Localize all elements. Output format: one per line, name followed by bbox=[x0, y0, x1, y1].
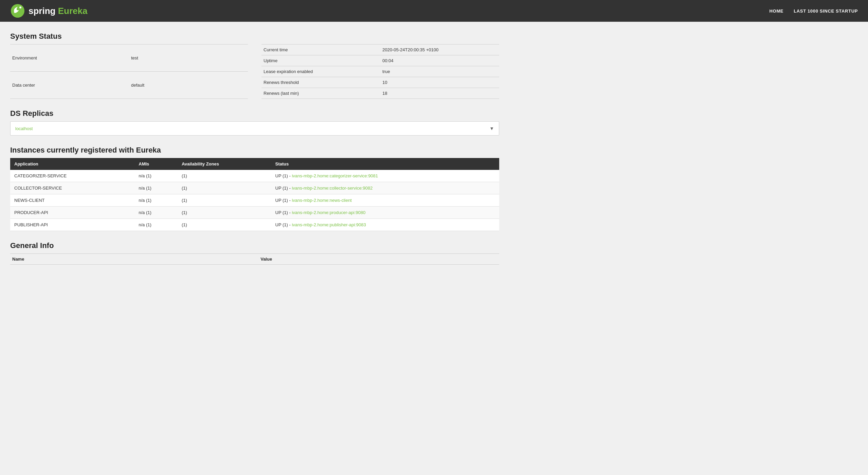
general-info-section: General Info Name Value bbox=[10, 241, 499, 265]
spring-text: spring bbox=[29, 6, 55, 16]
replicas-arrow-icon: ▼ bbox=[489, 126, 494, 131]
amis-value: n/a (1) bbox=[134, 194, 178, 207]
col-value: Value bbox=[258, 254, 499, 265]
header: spring Eureka HOME LAST 1000 SINCE START… bbox=[0, 0, 868, 22]
col-amis: AMIs bbox=[134, 158, 178, 170]
amis-value: n/a (1) bbox=[134, 182, 178, 194]
ds-replicas-heading: DS Replicas bbox=[10, 109, 499, 118]
status-value: UP (1) - ivans-mbp-2.home:publisher-api:… bbox=[271, 219, 499, 231]
table-row: NEWS-CLIENT n/a (1) (1) UP (1) - ivans-m… bbox=[10, 194, 499, 207]
general-info-heading: General Info bbox=[10, 241, 499, 250]
app-name: PUBLISHER-API bbox=[10, 219, 134, 231]
row-value: default bbox=[129, 72, 248, 99]
instances-section: Instances currently registered with Eure… bbox=[10, 146, 499, 231]
amis-value: n/a (1) bbox=[134, 207, 178, 219]
col-zones: Availability Zones bbox=[178, 158, 271, 170]
zones-value: (1) bbox=[178, 207, 271, 219]
spring-logo-icon bbox=[10, 3, 25, 18]
status-link[interactable]: ivans-mbp-2.home:publisher-api:9083 bbox=[292, 222, 366, 227]
page-content: System Status EnvironmenttestData center… bbox=[0, 22, 509, 282]
system-status-section: System Status EnvironmenttestData center… bbox=[10, 32, 499, 99]
app-name: NEWS-CLIENT bbox=[10, 194, 134, 207]
app-name: CATEGORIZER-SERVICE bbox=[10, 170, 134, 182]
zones-value: (1) bbox=[178, 182, 271, 194]
row-label: Uptime bbox=[261, 55, 380, 66]
row-value: 2020-05-24T20:00:35 +0100 bbox=[380, 45, 499, 55]
table-row: Current time2020-05-24T20:00:35 +0100 bbox=[261, 45, 499, 55]
system-status-right-table: Current time2020-05-24T20:00:35 +0100Upt… bbox=[261, 44, 499, 99]
zones-value: (1) bbox=[178, 219, 271, 231]
status-link[interactable]: ivans-mbp-2.home:producer-api:9080 bbox=[292, 210, 365, 215]
row-label: Data center bbox=[10, 72, 129, 99]
general-info-header: Name Value bbox=[10, 254, 499, 265]
table-row: Uptime00:04 bbox=[261, 55, 499, 66]
row-value: 00:04 bbox=[380, 55, 499, 66]
system-status-left-table: EnvironmenttestData centerdefault bbox=[10, 44, 248, 99]
status-link[interactable]: ivans-mbp-2.home:collector-service:9082 bbox=[292, 186, 373, 191]
instances-table-body: CATEGORIZER-SERVICE n/a (1) (1) UP (1) -… bbox=[10, 170, 499, 231]
amis-value: n/a (1) bbox=[134, 219, 178, 231]
general-info-table: Name Value bbox=[10, 253, 499, 265]
system-status-grid: EnvironmenttestData centerdefault Curren… bbox=[10, 44, 499, 99]
row-label: Renews (last min) bbox=[261, 88, 380, 99]
table-row: COLLECTOR-SERVICE n/a (1) (1) UP (1) - i… bbox=[10, 182, 499, 194]
row-label: Environment bbox=[10, 45, 129, 72]
row-value: 10 bbox=[380, 77, 499, 88]
ds-replicas-section: DS Replicas localhost ▼ bbox=[10, 109, 499, 136]
table-row: PUBLISHER-API n/a (1) (1) UP (1) - ivans… bbox=[10, 219, 499, 231]
nav-home[interactable]: HOME bbox=[770, 8, 784, 14]
col-application: Application bbox=[10, 158, 134, 170]
table-row: Renews threshold10 bbox=[261, 77, 499, 88]
instances-table: Application AMIs Availability Zones Stat… bbox=[10, 158, 499, 231]
status-link[interactable]: ivans-mbp-2.home:categorizer-service:908… bbox=[292, 173, 378, 178]
app-name: COLLECTOR-SERVICE bbox=[10, 182, 134, 194]
zones-value: (1) bbox=[178, 194, 271, 207]
table-row: Renews (last min)18 bbox=[261, 88, 499, 99]
main-nav: HOME LAST 1000 SINCE STARTUP bbox=[770, 8, 858, 14]
row-label: Renews threshold bbox=[261, 77, 380, 88]
status-value: UP (1) - ivans-mbp-2.home:producer-api:9… bbox=[271, 207, 499, 219]
instances-table-header: Application AMIs Availability Zones Stat… bbox=[10, 158, 499, 170]
app-name: PRODUCER-API bbox=[10, 207, 134, 219]
table-row: Data centerdefault bbox=[10, 72, 248, 99]
row-label: Lease expiration enabled bbox=[261, 66, 380, 77]
svg-point-1 bbox=[19, 6, 21, 8]
instances-heading: Instances currently registered with Eure… bbox=[10, 146, 499, 155]
row-value: 18 bbox=[380, 88, 499, 99]
localhost-link[interactable]: localhost bbox=[15, 126, 33, 131]
table-row: PRODUCER-API n/a (1) (1) UP (1) - ivans-… bbox=[10, 207, 499, 219]
status-value: UP (1) - ivans-mbp-2.home:collector-serv… bbox=[271, 182, 499, 194]
status-link[interactable]: ivans-mbp-2.home:news-client bbox=[292, 198, 351, 203]
col-status: Status bbox=[271, 158, 499, 170]
replicas-box: localhost ▼ bbox=[10, 121, 499, 136]
zones-value: (1) bbox=[178, 170, 271, 182]
nav-last1000[interactable]: LAST 1000 SINCE STARTUP bbox=[794, 8, 858, 14]
system-status-heading: System Status bbox=[10, 32, 499, 41]
table-row: Environmenttest bbox=[10, 45, 248, 72]
table-row: CATEGORIZER-SERVICE n/a (1) (1) UP (1) -… bbox=[10, 170, 499, 182]
amis-value: n/a (1) bbox=[134, 170, 178, 182]
row-value: true bbox=[380, 66, 499, 77]
status-value: UP (1) - ivans-mbp-2.home:categorizer-se… bbox=[271, 170, 499, 182]
logo: spring Eureka bbox=[10, 3, 87, 18]
col-name: Name bbox=[10, 254, 258, 265]
eureka-text: Eureka bbox=[58, 6, 88, 16]
status-value: UP (1) - ivans-mbp-2.home:news-client bbox=[271, 194, 499, 207]
table-row: Lease expiration enabledtrue bbox=[261, 66, 499, 77]
row-label: Current time bbox=[261, 45, 380, 55]
row-value: test bbox=[129, 45, 248, 72]
logo-text: spring Eureka bbox=[29, 6, 87, 16]
